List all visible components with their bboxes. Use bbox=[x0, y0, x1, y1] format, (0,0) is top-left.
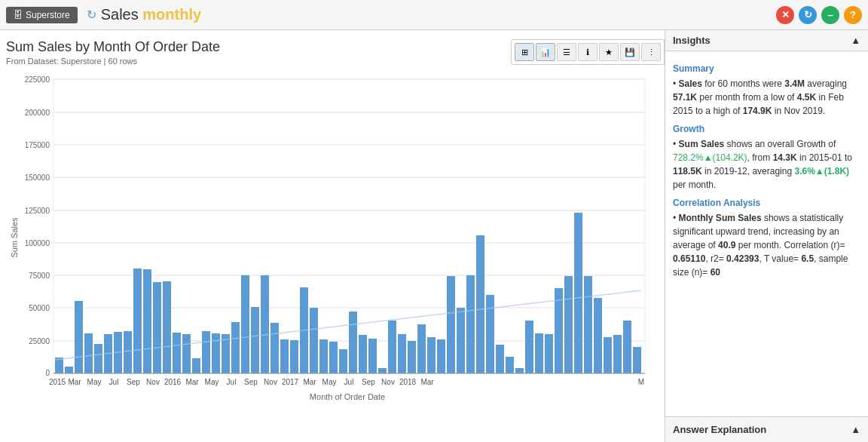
x-label-mar3: Mar bbox=[303, 378, 316, 386]
growth-t6: per month. bbox=[673, 180, 716, 190]
bar-4 bbox=[84, 333, 93, 373]
x-label-jul1: Jul bbox=[109, 378, 119, 386]
corr-t3: per month. Correlation (r)= bbox=[735, 240, 845, 250]
bar-23 bbox=[270, 323, 279, 373]
bar-11 bbox=[153, 282, 161, 373]
x-label-2015: 2015 bbox=[49, 378, 66, 386]
bar-47 bbox=[506, 357, 514, 373]
bar-25 bbox=[290, 340, 298, 373]
bar-54 bbox=[574, 213, 582, 373]
insights-header: Insights ▲ bbox=[665, 30, 868, 51]
bar-3 bbox=[75, 301, 83, 373]
table-view-button[interactable]: ⊞ bbox=[515, 43, 534, 61]
corr-r2: 0.42393 bbox=[726, 253, 759, 264]
bar-45 bbox=[486, 295, 494, 373]
x-label-jul2: Jul bbox=[227, 378, 237, 386]
x-label-2016: 2016 bbox=[164, 378, 182, 386]
x-label-may1: May bbox=[87, 378, 102, 386]
main-content: Sum Sales by Month Of Order Date From Da… bbox=[0, 30, 868, 442]
x-axis-title: Month of Order Date bbox=[310, 392, 385, 401]
bar-55 bbox=[584, 276, 592, 373]
growth-3.6pct: 3.6%▲ bbox=[794, 166, 824, 176]
x-label-m: M bbox=[638, 378, 644, 386]
summary-3.4m: 3.4M bbox=[784, 78, 805, 89]
growth-sum-sales: Sum Sales bbox=[679, 139, 725, 149]
bar-17 bbox=[212, 333, 220, 373]
superstore-button[interactable]: 🗄 Superstore bbox=[6, 7, 78, 23]
x-label-may3: May bbox=[322, 378, 337, 386]
summary-title: Summary bbox=[673, 62, 860, 75]
bar-24 bbox=[280, 339, 289, 373]
database-icon: 🗄 bbox=[14, 10, 23, 20]
bar-21 bbox=[251, 307, 259, 373]
bar-16 bbox=[202, 331, 210, 373]
bar-27 bbox=[310, 308, 318, 373]
correlation-title: Correlation Analysis bbox=[673, 196, 860, 210]
y-label-75000: 75000 bbox=[29, 272, 50, 280]
bar-48 bbox=[515, 368, 524, 373]
insights-title: Insights bbox=[673, 35, 711, 46]
bar-59 bbox=[623, 321, 631, 373]
growth-1.8k: (1.8K) bbox=[824, 166, 849, 176]
x-label-sep1: Sep bbox=[127, 378, 140, 386]
corr-t5: , T value= bbox=[759, 253, 801, 264]
bar-19 bbox=[231, 322, 240, 373]
corr-t: 6.5 bbox=[801, 253, 814, 264]
chart-svg: Sum Sales 225000 200000 175000 150000 12… bbox=[6, 72, 659, 404]
bar-15 bbox=[192, 358, 200, 373]
bar-49 bbox=[525, 321, 533, 373]
y-label-125000: 125000 bbox=[25, 207, 50, 215]
title-plain: Sales bbox=[101, 6, 143, 23]
x-label-mar4: Mar bbox=[420, 378, 434, 386]
growth-118.5k: 118.5K bbox=[673, 166, 702, 176]
corr-n: 60 bbox=[711, 267, 720, 278]
refresh-button[interactable]: ↻ bbox=[799, 6, 817, 24]
bar-34 bbox=[378, 368, 387, 373]
help-button[interactable]: ? bbox=[844, 6, 862, 24]
bar-41 bbox=[447, 276, 455, 373]
growth-t4: in 2015-01 to bbox=[797, 152, 852, 163]
bar-22 bbox=[261, 275, 269, 373]
bar-chart-button[interactable]: 📊 bbox=[536, 43, 555, 61]
x-label-mar1: Mar bbox=[68, 378, 81, 386]
growth-14.3k: 14.3K bbox=[773, 152, 797, 163]
x-label-2017: 2017 bbox=[282, 378, 299, 386]
insights-panel: Insights ▲ Summary • Sales for 60 months… bbox=[665, 30, 868, 442]
bar-32 bbox=[359, 335, 367, 373]
top-right-icons: ✕ ↻ – ? bbox=[776, 6, 862, 24]
y-label-50000: 50000 bbox=[29, 304, 50, 312]
more-button[interactable]: ⋮ bbox=[641, 43, 661, 61]
bar-40 bbox=[437, 339, 445, 373]
page-title: Sales monthly bbox=[101, 6, 201, 23]
x-label-may2: May bbox=[205, 378, 219, 386]
bar-35 bbox=[388, 321, 396, 373]
growth-pct: 728.2%▲(104.2K) bbox=[673, 152, 747, 163]
save-button[interactable]: 💾 bbox=[620, 43, 640, 61]
bar-10 bbox=[143, 269, 151, 373]
insights-collapse-icon[interactable]: ▲ bbox=[851, 35, 860, 46]
x-label-nov3: Nov bbox=[381, 378, 395, 386]
y-label-225000: 225000 bbox=[25, 75, 50, 84]
summary-sales-bold: Sales bbox=[679, 78, 702, 89]
answer-explanation-bar[interactable]: Answer Explanation ▲ bbox=[665, 416, 868, 442]
star-button[interactable]: ★ bbox=[599, 43, 619, 61]
summary-t4: per month from a low of bbox=[697, 92, 797, 103]
bar-37 bbox=[408, 341, 416, 373]
minimize-button[interactable]: – bbox=[821, 6, 839, 24]
bar-51 bbox=[545, 334, 553, 373]
x-label-jul3: Jul bbox=[344, 378, 354, 386]
refresh-circle-icon: ↻ bbox=[87, 8, 96, 22]
close-button[interactable]: ✕ bbox=[776, 6, 794, 24]
bar-56 bbox=[594, 298, 602, 373]
corr-40.9: 40.9 bbox=[718, 240, 735, 250]
bar-12 bbox=[163, 281, 171, 373]
list-button[interactable]: ☰ bbox=[557, 43, 576, 61]
bar-53 bbox=[564, 276, 573, 373]
growth-t3: , from bbox=[747, 152, 773, 163]
bar-33 bbox=[368, 339, 377, 373]
summary-t6: in Nov 2019. bbox=[772, 106, 825, 116]
info-button[interactable]: ℹ bbox=[578, 43, 598, 61]
summary-57.1k: 57.1K bbox=[673, 92, 697, 103]
bar-46 bbox=[496, 345, 504, 373]
bar-39 bbox=[427, 337, 436, 373]
